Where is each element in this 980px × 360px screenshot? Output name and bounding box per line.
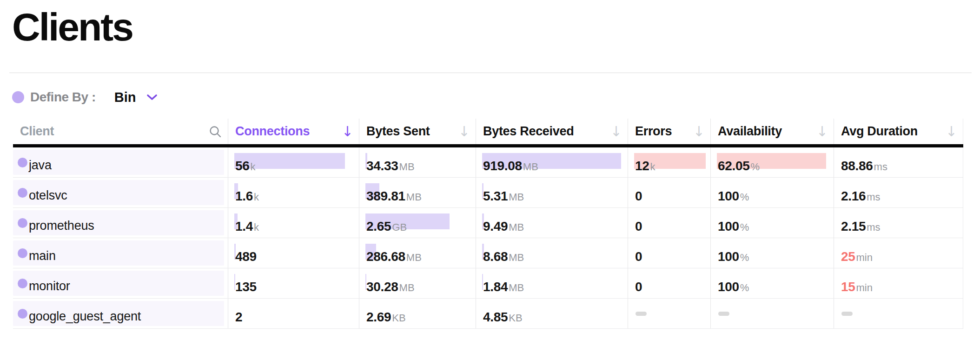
sort-descending-active-icon[interactable]: ↓ bbox=[338, 125, 353, 139]
metric-value: 88.86ms bbox=[841, 159, 887, 173]
chevron-down-icon[interactable] bbox=[146, 93, 158, 101]
cell-errors: 0 bbox=[628, 238, 710, 268]
clients-table: ClientConnections↓Bytes Sent↓Bytes Recei… bbox=[13, 119, 963, 329]
cell-connections: 1.6k bbox=[228, 178, 359, 207]
client-name: otelsvc bbox=[29, 188, 67, 203]
metric-value: 2.16ms bbox=[841, 189, 881, 204]
column-header-avg_duration[interactable]: Avg Duration↓ bbox=[834, 119, 963, 144]
cell-connections: 56k bbox=[228, 147, 359, 177]
metric-value: 389.81MB bbox=[366, 189, 422, 204]
metric-value: 2.69KB bbox=[366, 310, 406, 325]
metric-value: 9.49MB bbox=[483, 219, 524, 234]
metric-unit: MB bbox=[509, 282, 524, 293]
metric-unit: % bbox=[740, 191, 749, 203]
cell-bytes_sent: 2.69KB bbox=[359, 299, 476, 328]
metric-unit: k bbox=[254, 191, 259, 203]
metric-unit: k bbox=[650, 161, 656, 173]
cell-avg_duration: 2.16ms bbox=[834, 178, 963, 207]
column-header-bytes_received[interactable]: Bytes Received↓ bbox=[476, 119, 628, 144]
metric-unit: MB bbox=[509, 221, 524, 233]
metric-value: 2.15ms bbox=[841, 219, 881, 234]
metric-value: 0 bbox=[635, 189, 642, 204]
client-name: java bbox=[29, 158, 52, 173]
metric-value: 30.28MB bbox=[366, 280, 415, 294]
column-header-bytes_sent[interactable]: Bytes Sent↓ bbox=[359, 119, 476, 144]
metric-value: 100% bbox=[718, 219, 749, 234]
cell-bytes_received: 919.08MB bbox=[476, 147, 628, 177]
metric-value: 12k bbox=[635, 159, 656, 173]
cell-bytes_sent: 34.33MB bbox=[359, 147, 476, 177]
cell-connections: 489 bbox=[228, 238, 359, 268]
client-cell[interactable]: monitor bbox=[13, 268, 228, 298]
metric-unit: min bbox=[856, 252, 873, 263]
column-label-availability: Availability bbox=[718, 124, 782, 139]
metric-value: 0 bbox=[635, 219, 642, 234]
client-dot-icon bbox=[18, 309, 27, 319]
client-dot-icon bbox=[18, 158, 27, 167]
client-cell[interactable]: java bbox=[13, 147, 228, 177]
column-header-connections[interactable]: Connections↓ bbox=[228, 119, 359, 144]
cell-bytes_received: 5.31MB bbox=[476, 178, 628, 207]
column-header-availability[interactable]: Availability↓ bbox=[710, 119, 834, 144]
metric-unit: MB bbox=[399, 161, 415, 173]
metric-value: 919.08MB bbox=[483, 159, 538, 173]
metric-unit: % bbox=[740, 282, 749, 293]
cell-availability bbox=[710, 299, 834, 328]
metric-value: 5.31MB bbox=[483, 189, 524, 204]
cell-errors: 0 bbox=[628, 178, 710, 207]
cell-avg_duration: 15min bbox=[834, 268, 963, 298]
client-cell[interactable]: prometheus bbox=[13, 208, 228, 238]
sort-descending-icon[interactable]: ↓ bbox=[607, 125, 622, 139]
column-header-errors[interactable]: Errors↓ bbox=[628, 119, 710, 144]
cell-avg_duration bbox=[834, 299, 963, 328]
metric-unit: k bbox=[254, 221, 259, 233]
table-row: monitor13530.28MB1.84MB0100%15min bbox=[13, 268, 963, 299]
client-cell[interactable]: main bbox=[13, 238, 228, 268]
metric-value: 8.68MB bbox=[483, 249, 524, 264]
metric-value: 15min bbox=[841, 280, 873, 294]
client-dot-icon bbox=[18, 218, 27, 228]
metric-value: 62.05% bbox=[718, 159, 760, 173]
metric-unit: % bbox=[740, 252, 749, 263]
metric-value: 1.6k bbox=[235, 189, 259, 204]
cell-bytes_received: 9.49MB bbox=[476, 208, 628, 238]
metric-value: 489 bbox=[235, 249, 257, 264]
cell-errors: 12k bbox=[628, 147, 710, 177]
sort-descending-icon[interactable]: ↓ bbox=[689, 125, 705, 139]
metric-unit: KB bbox=[392, 312, 405, 324]
cell-avg_duration: 2.15ms bbox=[834, 208, 963, 238]
client-cell[interactable]: otelsvc bbox=[13, 178, 228, 207]
metric-value: 25min bbox=[841, 249, 873, 264]
metric-unit: MB bbox=[406, 191, 422, 203]
metric-unit: k bbox=[251, 161, 256, 173]
cell-connections: 2 bbox=[228, 299, 359, 328]
metric-value: 4.85KB bbox=[483, 310, 523, 325]
metric-unit: GB bbox=[392, 221, 407, 233]
no-data-dash-icon bbox=[636, 312, 647, 316]
sort-descending-icon[interactable]: ↓ bbox=[942, 125, 957, 139]
sort-descending-icon[interactable]: ↓ bbox=[455, 125, 470, 139]
no-data-dash-icon bbox=[718, 312, 729, 316]
page-title: Clients bbox=[12, 5, 132, 50]
metric-unit: ms bbox=[867, 191, 880, 203]
metric-unit: MB bbox=[509, 252, 524, 263]
cell-connections: 135 bbox=[228, 268, 359, 298]
cell-availability: 100% bbox=[710, 178, 834, 207]
client-dot-icon bbox=[18, 248, 27, 258]
cell-errors: 0 bbox=[628, 208, 710, 238]
define-by-filter: Define By : Bin bbox=[12, 89, 158, 105]
cell-bytes_received: 8.68MB bbox=[476, 238, 628, 268]
column-header-client: Client bbox=[13, 119, 228, 144]
define-by-value[interactable]: Bin bbox=[114, 90, 136, 105]
sort-descending-icon[interactable]: ↓ bbox=[813, 125, 828, 139]
metric-unit: KB bbox=[509, 312, 522, 324]
cell-availability: 100% bbox=[710, 238, 834, 268]
client-cell[interactable]: google_guest_agent bbox=[13, 299, 228, 328]
cell-bytes_sent: 389.81MB bbox=[359, 178, 476, 207]
column-label-bytes_received: Bytes Received bbox=[483, 124, 574, 139]
column-label-client: Client bbox=[20, 124, 54, 139]
search-icon[interactable] bbox=[208, 125, 222, 139]
metric-value: 135 bbox=[235, 280, 257, 294]
cell-errors: 0 bbox=[628, 268, 710, 298]
metric-value: 0 bbox=[635, 280, 642, 294]
